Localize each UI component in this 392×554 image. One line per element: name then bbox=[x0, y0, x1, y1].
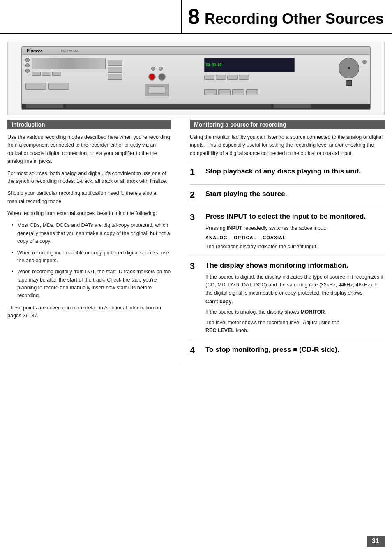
bs-piece-1 bbox=[26, 104, 63, 108]
step-2: 2 Start playing the source. bbox=[190, 184, 385, 207]
bottom-btn-1 bbox=[25, 83, 46, 90]
step-4-title: To stop monitoring, press ■ (CD-R side). bbox=[205, 345, 339, 354]
right-indicator-1 bbox=[362, 60, 367, 64]
intro-footer: These points are covered in more detail … bbox=[7, 304, 171, 320]
rb-1 bbox=[204, 89, 217, 95]
step-3a-body-text: Pressing INPUT repeatedly switches the a… bbox=[205, 225, 326, 231]
bottom-btn-2 bbox=[48, 83, 69, 90]
intro-section-header: Introduction bbox=[7, 120, 171, 129]
intro-para-3: Should your particular recording applica… bbox=[7, 189, 171, 205]
center-indicator-2 bbox=[159, 67, 163, 71]
bullet-item-1: Most CDs, MDs, DCCs and DATs are digital… bbox=[12, 222, 171, 245]
step-3b: 3 The display shows monitoring informati… bbox=[190, 256, 385, 340]
device-top-strip: Pioneer PDR-W739 bbox=[22, 47, 370, 55]
disp-btn-4 bbox=[239, 75, 249, 80]
device-model: PDR-W739 bbox=[61, 49, 78, 53]
step-3a: 3 Press INPUT to select the input to be … bbox=[190, 207, 385, 256]
step-3b-body: If the source is digital, the display in… bbox=[190, 273, 385, 335]
step-3b-title: The display shows monitoring information… bbox=[205, 261, 348, 270]
main-display: 00:00:00 bbox=[204, 58, 295, 72]
bs-piece-3 bbox=[274, 104, 311, 108]
chapter-number: 8 bbox=[188, 5, 200, 28]
center-panel bbox=[145, 84, 169, 96]
right-controls bbox=[339, 58, 359, 86]
left-column: Introduction Use the various recording m… bbox=[7, 120, 180, 362]
record-button bbox=[148, 73, 156, 81]
intro-para-1: Use the various recording modes describe… bbox=[7, 134, 171, 166]
right-column: Monitoring a source for recording Using … bbox=[180, 120, 385, 362]
cant-copy-line: Can't copy. bbox=[205, 298, 385, 306]
cant-copy-text: Can't copy bbox=[205, 299, 231, 305]
step-3b-para-1: If the source is digital, the display in… bbox=[205, 273, 385, 297]
chapter-title: Recording Other Sources bbox=[205, 10, 384, 27]
device-center-section bbox=[113, 55, 201, 108]
step-3b-number: 3 bbox=[190, 262, 200, 271]
analog-line: ANALOG – OPTICAL – COAXIAL bbox=[205, 234, 385, 241]
main-content: Introduction Use the various recording m… bbox=[0, 120, 392, 362]
device-body: 00:00:00 bbox=[22, 55, 370, 108]
intro-para-2: For most sources, both analog and digita… bbox=[7, 170, 171, 186]
step-2-number: 2 bbox=[190, 190, 200, 199]
monitoring-intro: Using the monitor facility you can liste… bbox=[190, 134, 385, 157]
side-btn-1 bbox=[108, 60, 122, 66]
monitor-line: If the source is analog, the display sho… bbox=[205, 308, 385, 316]
small-btn-2 bbox=[42, 72, 51, 76]
volume-knob bbox=[339, 58, 359, 78]
step-3a-header: 3 Press INPUT to select the input to be … bbox=[190, 212, 385, 222]
step-2-header: 2 Start playing the source. bbox=[190, 189, 385, 199]
step-1-title: Stop playback of any discs playing in th… bbox=[205, 167, 361, 176]
knob-center bbox=[348, 67, 350, 69]
small-btn-3 bbox=[52, 72, 61, 76]
step-1-number: 1 bbox=[190, 168, 200, 177]
device-illustration: Pioneer PDR-W739 bbox=[7, 42, 385, 115]
rec-level-bold: REC LEVEL bbox=[205, 328, 234, 333]
step-1: 1 Stop playback of any discs playing in … bbox=[190, 162, 385, 184]
input-bold: INPUT bbox=[227, 225, 242, 231]
step-2-title: Start playing the source. bbox=[205, 189, 287, 199]
disp-btn-3 bbox=[227, 75, 238, 80]
monitoring-title: Monitoring a source for recording bbox=[194, 121, 286, 128]
intro-para-4: When recording from external sources, be… bbox=[7, 210, 171, 217]
device-left-section bbox=[22, 55, 113, 108]
page-header: 8 Recording Other Sources bbox=[0, 0, 392, 34]
rb-4 bbox=[246, 89, 258, 95]
device-unit: Pioneer PDR-W739 bbox=[21, 46, 371, 110]
bs-piece-2 bbox=[66, 104, 271, 108]
device-bottom-strip bbox=[22, 104, 370, 109]
indicator-3 bbox=[25, 69, 30, 73]
step-4: 4 To stop monitoring, press ■ (CD-R side… bbox=[190, 340, 385, 362]
step-4-number: 4 bbox=[190, 346, 200, 355]
deck-slot-top bbox=[32, 58, 106, 69]
stop-button bbox=[346, 80, 352, 86]
rb-3 bbox=[232, 89, 244, 95]
pioneer-logo: Pioneer bbox=[26, 48, 42, 54]
intro-title: Introduction bbox=[12, 121, 45, 128]
monitor-bold: MONITOR bbox=[300, 309, 325, 315]
page-number: 31 bbox=[367, 536, 385, 547]
step-3a-title: Press INPUT to select the input to be mo… bbox=[205, 212, 366, 221]
rec-level-line: The level meter shows the recording leve… bbox=[205, 319, 385, 335]
device-right-section: 00:00:00 bbox=[201, 55, 370, 108]
monitoring-section-header: Monitoring a source for recording bbox=[190, 120, 385, 129]
small-btn-1 bbox=[32, 72, 41, 76]
bullet-list: Most CDs, MDs, DCCs and DATs are digital… bbox=[7, 222, 171, 300]
step-3a-number: 3 bbox=[190, 213, 200, 222]
step-3a-extra: The recorder's display indicates the cur… bbox=[205, 244, 318, 249]
bullet-item-2: When recording incompatible or copy-prot… bbox=[12, 249, 171, 265]
center-indicator-1 bbox=[151, 67, 155, 71]
side-indicators bbox=[362, 60, 367, 64]
disp-btn-1 bbox=[204, 75, 214, 80]
side-btn-2 bbox=[108, 67, 122, 73]
center-display bbox=[149, 86, 165, 94]
bottom-right-buttons bbox=[204, 89, 367, 95]
step-3a-body: Pressing INPUT repeatedly switches the a… bbox=[190, 224, 385, 251]
bullet-item-3: When recording digitally from DAT, the s… bbox=[12, 268, 171, 300]
step-3b-header: 3 The display shows monitoring informati… bbox=[190, 261, 385, 271]
indicator-1 bbox=[25, 58, 30, 62]
step-4-header: 4 To stop monitoring, press ■ (CD-R side… bbox=[190, 345, 385, 355]
play-button bbox=[158, 73, 166, 81]
side-btn-3 bbox=[108, 74, 122, 80]
indicator-2 bbox=[25, 63, 30, 67]
rb-2 bbox=[218, 89, 231, 95]
disp-btn-2 bbox=[216, 75, 226, 80]
